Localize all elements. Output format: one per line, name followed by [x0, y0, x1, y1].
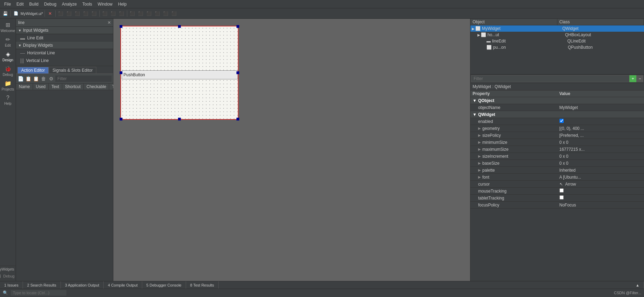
tree-row-mywidget[interactable]: ▶ ⬜ MyWidget QWidget	[470, 25, 644, 32]
prop-checkbox-enabled[interactable]	[560, 119, 564, 123]
bottom-tab-appoutput[interactable]: 3 Application Output	[61, 281, 104, 289]
tab-signals-slots[interactable]: Signals & Slots Editor	[49, 67, 96, 73]
toolbar-close-tab[interactable]: ✕	[46, 10, 54, 17]
prop-row-basesize[interactable]: ▶ baseSize 0 x 0	[470, 160, 644, 167]
canvas-area[interactable]: PushButton	[113, 19, 470, 281]
menu-window[interactable]: Window	[95, 1, 115, 7]
menu-help[interactable]: Help	[115, 1, 130, 7]
widget-group-display-header[interactable]: ▼ Display Widgets	[16, 42, 113, 49]
tab-filename[interactable]: MyWidget.ui*	[21, 11, 43, 16]
sidebar-item-help[interactable]: ? Help	[1, 93, 15, 107]
bottom-tab-issues[interactable]: 1 Issues	[0, 281, 23, 289]
action-delete-btn[interactable]: 🗑	[40, 75, 47, 83]
sidebar-item-projects[interactable]: 📁 Projects	[1, 79, 15, 93]
prop-row-enabled[interactable]: enabled	[470, 118, 644, 125]
resize-handle-top-right[interactable]	[236, 25, 239, 28]
toolbar-btn-6[interactable]: ⬛	[101, 10, 109, 17]
resize-handle-bot-mid[interactable]	[178, 118, 181, 120]
bottom-tab-compile[interactable]: 4 Compile Output	[104, 281, 142, 289]
push-button-widget[interactable]: PushButton	[122, 70, 238, 79]
action-copy-btn[interactable]: 📋	[25, 75, 32, 83]
bottom-tab-testresults[interactable]: 8 Test Results	[186, 281, 219, 289]
property-filter-add[interactable]: +	[629, 75, 636, 82]
action-new-btn[interactable]: 📄	[17, 75, 24, 83]
toolbar-btn-9[interactable]: ⬛	[129, 10, 136, 17]
tree-row-pushbutton[interactable]: ⬜ pu...on QPushButton	[470, 44, 644, 50]
toolbar-btn-11[interactable]: ⬛	[145, 10, 153, 17]
bottom-tabs-area: 1 Issues 2 Search Results 3 Application …	[0, 281, 644, 289]
toolbar-btn-3[interactable]: ⬛	[74, 10, 81, 17]
prop-row-font[interactable]: ▶ font A [Ubuntu...	[470, 174, 644, 181]
prop-row-geometry[interactable]: ▶ geometry [(0, 0), 400 ...	[470, 125, 644, 132]
menu-analyze[interactable]: Analyze	[59, 1, 80, 7]
widget-search-input[interactable]	[17, 19, 106, 26]
prop-row-focuspolicy[interactable]: focusPolicy NoFocus	[470, 202, 644, 209]
prop-section-qwidget-value	[557, 114, 644, 115]
menu-build[interactable]: Build	[26, 1, 41, 7]
resize-handle-top-mid[interactable]	[178, 25, 181, 28]
sidebar-item-welcome[interactable]: ⊞ Welcome	[1, 20, 15, 34]
widget-item-line-edit[interactable]: ▬ Line Edit	[16, 34, 113, 42]
toolbar-btn-1[interactable]: ⬛	[57, 10, 65, 17]
action-filter-input[interactable]	[55, 76, 112, 82]
action-paste-btn[interactable]: 📋	[33, 75, 40, 83]
prop-row-cursor[interactable]: cursor ↖ Arrow	[470, 181, 644, 188]
resize-handle-top-left[interactable]	[120, 25, 122, 28]
bottom-tab-expand[interactable]: ▲	[631, 281, 644, 289]
prop-row-palette[interactable]: ▶ palette Inherited	[470, 167, 644, 174]
resize-handle-bot-left[interactable]	[120, 118, 122, 120]
prop-checkbox-mousetracking[interactable]	[560, 188, 564, 193]
prop-row-tablettracking[interactable]: tabletTracking	[470, 195, 644, 202]
toolbar-btn-2[interactable]: ⬛	[65, 10, 73, 17]
prop-checkbox-tablettracking[interactable]	[560, 195, 564, 200]
menu-debug[interactable]: Debug	[41, 1, 59, 7]
prop-row-sizepolicy[interactable]: ▶ sizePolicy [Preferred, ...	[470, 132, 644, 139]
resize-handle-mid-right[interactable]	[236, 71, 239, 74]
prop-value-objectname[interactable]: MyWidget	[557, 104, 644, 111]
toolbar-btn-12[interactable]: ⬛	[154, 10, 161, 17]
sidebar-item-design[interactable]: ◈ Design	[1, 49, 15, 63]
widget-group-input-header[interactable]: ▼ Input Widgets	[16, 27, 113, 34]
tree-row-lineedit[interactable]: ▬ lineEdit QLineEdit	[470, 38, 644, 44]
prop-row-mousetracking[interactable]: mouseTracking	[470, 188, 644, 195]
menu-tools[interactable]: Tools	[80, 1, 95, 7]
menu-edit[interactable]: Edit	[14, 1, 26, 7]
widget-item-vertical-line[interactable]: ||| Vertical Line	[16, 57, 113, 64]
sidebar-item-edit[interactable]: ✏ Edit	[1, 35, 15, 49]
resize-handle-bot-right[interactable]	[236, 118, 239, 120]
csdn-watermark: CSDN @Filter...	[614, 291, 641, 295]
sidebar-item-debug[interactable]: 🐞 Debug	[1, 64, 15, 78]
toolbar-btn-7[interactable]: ⬛	[110, 10, 117, 17]
menu-file[interactable]: File	[1, 1, 14, 7]
prop-expand-font-icon: ▶	[478, 175, 481, 179]
toolbar-btn-14[interactable]: ⬛	[170, 10, 178, 17]
bottom-tab-debugger[interactable]: 5 Debugger Console	[142, 281, 186, 289]
toolbar-btn-10[interactable]: ⬛	[137, 10, 145, 17]
property-filter-input[interactable]	[471, 75, 629, 82]
toolbar-btn-4[interactable]: ⬛	[82, 10, 90, 17]
prop-row-maximumsize[interactable]: ▶ maximumSize 16777215 x...	[470, 146, 644, 153]
toolbar-btn-8[interactable]: ⬛	[118, 10, 126, 17]
tab-action-editor[interactable]: Action Editor	[17, 67, 49, 73]
bottom-tab-search[interactable]: 2 Search Results	[23, 281, 61, 289]
widget-item-horizontal-line[interactable]: — Horizontal Line	[16, 49, 113, 57]
widget-container[interactable]: PushButton	[120, 26, 239, 120]
prop-row-objectname[interactable]: objectName MyWidget	[470, 104, 644, 111]
prop-value-enabled[interactable]	[557, 118, 644, 125]
resize-handle-mid-left[interactable]	[120, 71, 122, 74]
prop-value-mousetracking[interactable]	[557, 188, 644, 194]
status-search-input[interactable]	[11, 290, 66, 296]
tree-row-hboxlayout[interactable]: ▶ ⬜ ho...ut QHBoxLayout	[470, 32, 644, 38]
action-settings-btn[interactable]: ⚙	[48, 75, 55, 83]
property-filter-remove[interactable]: −	[636, 75, 643, 82]
toolbar-btn-5[interactable]: ⬛	[90, 10, 98, 17]
prop-row-sizeincrement[interactable]: ▶ sizeIncrement 0 x 0	[470, 153, 644, 160]
property-table: Property Value ▼ QObject objectName MyWi…	[470, 91, 644, 281]
prop-row-minimumsize[interactable]: ▶ minimumSize 0 x 0	[470, 139, 644, 146]
vertical-line-label: Vertical Line	[26, 58, 49, 63]
toolbar-save[interactable]: 💾	[1, 10, 9, 17]
toolbar-btn-13[interactable]: ⬛	[162, 10, 170, 17]
widget-search-clear[interactable]: ✕	[106, 20, 112, 25]
prop-name-enabled: enabled	[470, 118, 557, 125]
prop-value-tablettracking[interactable]	[557, 195, 644, 201]
